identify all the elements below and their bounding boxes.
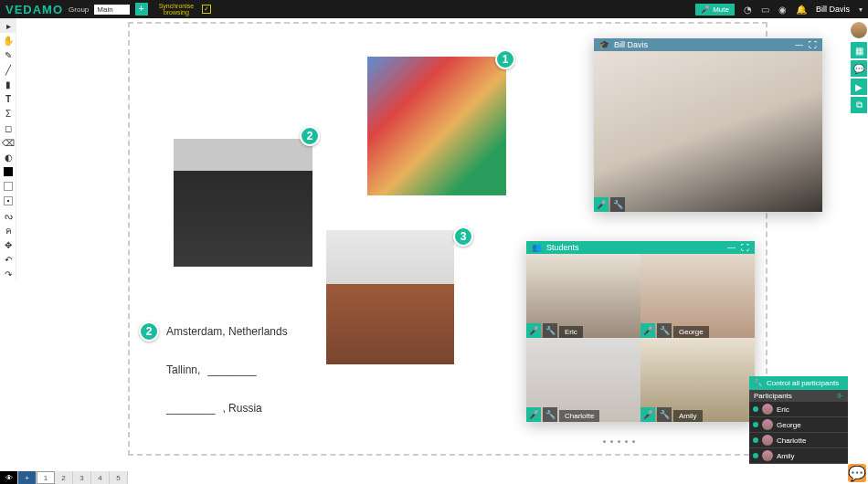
students-label: Students xyxy=(546,243,579,252)
logo: VEDAMO xyxy=(5,3,63,16)
undo-button[interactable]: ↶ xyxy=(0,252,16,267)
student-mic-button[interactable]: 🎤 xyxy=(526,323,541,338)
mic-icon: 🎤 xyxy=(701,5,710,14)
page-tab-3[interactable]: 3 xyxy=(73,471,91,484)
participant-row[interactable]: Amily xyxy=(749,448,848,464)
participant-row[interactable]: Charlotte xyxy=(749,433,848,448)
image-moscow[interactable] xyxy=(367,57,506,195)
fill-tool[interactable]: ◐ xyxy=(0,150,16,164)
student-mic-button[interactable]: 🎤 xyxy=(640,407,655,422)
screen-icon[interactable]: ▭ xyxy=(761,5,769,15)
answer-amsterdam: Amsterdam, Netherlands xyxy=(166,325,288,338)
student-settings-button[interactable]: 🔧 xyxy=(543,323,557,338)
badge-3[interactable]: 3 xyxy=(453,226,473,247)
teacher-settings-button[interactable]: 🔧 xyxy=(610,197,625,212)
math-tool[interactable]: Σ xyxy=(0,106,16,121)
shape-tool[interactable]: ◻ xyxy=(0,121,16,135)
pointer-tool[interactable]: ▸ xyxy=(0,18,16,33)
left-toolbar: ▸ ✋ ✎ ╱ ▮ T Σ ◻ ⌫ ◐ ᔓ ค ✥ ↶ ↷ xyxy=(0,18,16,281)
teacher-video-header[interactable]: 🎓 Bill Davis — ⛶ xyxy=(594,38,822,51)
screenshare-panel-button[interactable]: ⧉ xyxy=(851,97,867,113)
user-name[interactable]: Bill Davis xyxy=(816,5,850,14)
students-grid: 🎤🔧 Eric 🎤🔧 George 🎤🔧 Charlotte 🎤🔧 Amily xyxy=(526,254,755,422)
media-panel-button[interactable]: ▶ xyxy=(851,79,867,95)
badge-1[interactable]: 1 xyxy=(495,49,515,69)
page-tab-4[interactable]: 4 xyxy=(91,471,110,484)
bell-icon[interactable]: 🔔 xyxy=(796,5,807,15)
teacher-mic-button[interactable]: 🎤 xyxy=(594,197,609,212)
group-select[interactable]: Main xyxy=(94,5,129,15)
fill-color[interactable] xyxy=(0,164,16,179)
student-cell-george[interactable]: 🎤🔧 George xyxy=(640,254,755,338)
sync-browsing-label: Synchronise browsing xyxy=(159,3,195,16)
answer-tallinn-blank[interactable]: ________ xyxy=(207,363,256,376)
student-name-label: Eric xyxy=(559,326,583,338)
link-tool[interactable]: ค xyxy=(0,223,16,237)
participants-panel[interactable]: 🔧 Control all participants Participants … xyxy=(749,376,848,464)
student-settings-button[interactable]: 🔧 xyxy=(657,407,672,422)
visibility-toggle[interactable]: 👁 xyxy=(0,471,18,484)
participants-header[interactable]: 🔧 Control all participants xyxy=(749,376,848,390)
eraser-tool[interactable]: ⌫ xyxy=(0,135,16,150)
bg-color[interactable] xyxy=(0,179,16,194)
page-tab-5[interactable]: 5 xyxy=(110,471,128,484)
sync-browsing-toggle[interactable]: ✓ xyxy=(202,5,211,14)
participant-avatar xyxy=(762,435,773,446)
students-video-panel[interactable]: 👥 Students — ⛶ 🎤🔧 Eric 🎤🔧 George 🎤🔧 Char… xyxy=(526,241,755,422)
student-cell-charlotte[interactable]: 🎤🔧 Charlotte xyxy=(526,338,640,422)
expand-icon[interactable]: ⛶ xyxy=(809,40,817,49)
student-mic-button[interactable]: 🎤 xyxy=(526,407,541,422)
status-dot-icon xyxy=(753,453,758,458)
image-amsterdam[interactable] xyxy=(174,139,312,267)
minimize-icon[interactable]: — xyxy=(795,40,803,49)
whiteboard-panel-button[interactable]: ▦ xyxy=(851,42,867,58)
page-tab-2[interactable]: 2 xyxy=(55,471,73,484)
add-page-button[interactable]: + xyxy=(18,471,37,484)
highlighter-tool[interactable]: ▮ xyxy=(0,77,16,91)
student-cell-amily[interactable]: 🎤🔧 Amily xyxy=(640,338,755,422)
clock-icon[interactable]: ◔ xyxy=(744,5,752,15)
teacher-name: Bill Davis xyxy=(614,40,648,49)
text-tool[interactable]: T xyxy=(0,91,16,106)
redo-button[interactable]: ↷ xyxy=(0,267,16,281)
participants-header-label: Control all participants xyxy=(767,379,839,387)
student-settings-button[interactable]: 🔧 xyxy=(657,323,672,338)
answer-russia-suffix: , Russia xyxy=(222,402,261,415)
participant-name: Eric xyxy=(777,405,789,414)
pencil-tool[interactable]: ✎ xyxy=(0,47,16,62)
status-dot-icon xyxy=(753,406,758,412)
stats-icon[interactable]: ⊪ xyxy=(837,392,843,400)
answer-russia-blank[interactable]: ________ xyxy=(166,402,215,415)
chevron-down-icon[interactable]: ▾ xyxy=(859,5,863,14)
image-tallinn[interactable] xyxy=(326,230,454,364)
student-settings-button[interactable]: 🔧 xyxy=(543,407,557,422)
group-add-button[interactable]: + xyxy=(135,3,148,16)
participant-row[interactable]: Eric xyxy=(749,402,848,417)
people-icon: 👥 xyxy=(532,243,542,252)
student-mic-button[interactable]: 🎤 xyxy=(640,323,655,338)
chat-panel-button[interactable]: 💬 xyxy=(851,60,867,77)
lasso-tool[interactable]: ᔓ xyxy=(0,208,16,223)
mute-button[interactable]: 🎤 Mute xyxy=(695,4,735,16)
stroke-style[interactable] xyxy=(0,194,16,208)
answer-tallinn-prefix: Tallinn, xyxy=(166,363,200,376)
students-video-header[interactable]: 👥 Students — ⛶ xyxy=(526,241,755,254)
minimize-icon[interactable]: — xyxy=(727,243,736,252)
user-avatar[interactable] xyxy=(851,22,867,38)
student-cell-eric[interactable]: 🎤🔧 Eric xyxy=(526,254,640,338)
participant-row[interactable]: George xyxy=(749,417,848,433)
teacher-video-stream: 🎤 🔧 xyxy=(594,51,822,212)
page-tab-1[interactable]: 1 xyxy=(37,471,55,484)
expand-icon[interactable]: ⛶ xyxy=(741,243,749,252)
participant-avatar xyxy=(762,404,773,415)
line-tool[interactable]: ╱ xyxy=(0,62,16,77)
mute-label: Mute xyxy=(713,5,729,14)
hand-tool[interactable]: ✋ xyxy=(0,33,16,47)
badge-2-image[interactable]: 2 xyxy=(300,126,320,146)
chat-fab-button[interactable]: 💬 xyxy=(848,464,866,482)
camera-icon[interactable]: ◉ xyxy=(778,5,787,15)
teacher-video-panel[interactable]: 🎓 Bill Davis — ⛶ 🎤 🔧 xyxy=(594,38,822,212)
badge-2-answer[interactable]: 2 xyxy=(139,321,159,342)
move-tool[interactable]: ✥ xyxy=(0,237,16,252)
participant-avatar xyxy=(762,419,773,430)
